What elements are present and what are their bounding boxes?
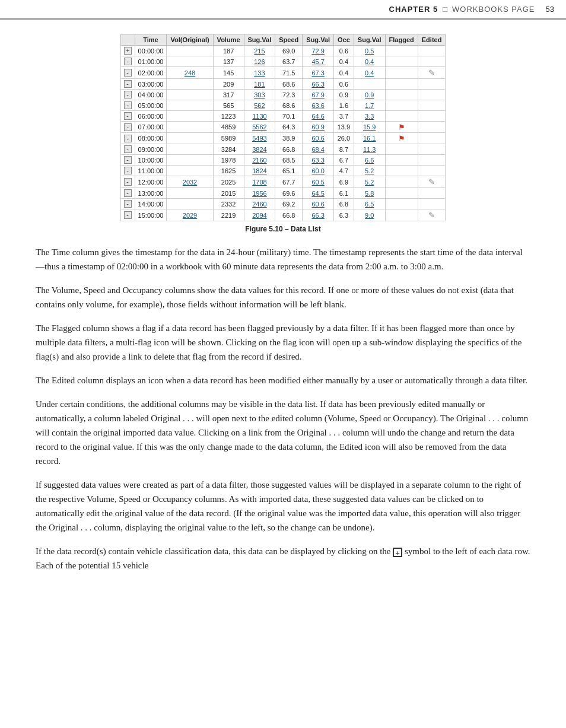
edited-cell[interactable]: ✎ [418, 67, 446, 79]
occ-sug-cell[interactable]: 5.2 [354, 176, 385, 188]
vol-sug-cell[interactable]: 1956 [244, 188, 275, 199]
col-expand [120, 34, 135, 46]
vol-sug-cell[interactable]: 215 [244, 46, 275, 56]
occ-sug-cell[interactable]: 0.5 [354, 46, 385, 56]
spd-sug-cell[interactable]: 67.3 [303, 67, 334, 79]
edit-icon[interactable]: ✎ [428, 211, 435, 220]
edit-icon[interactable]: ✎ [428, 177, 435, 186]
expand-button[interactable]: - [124, 69, 132, 77]
edit-icon[interactable]: ✎ [428, 68, 435, 77]
volume-cell: 2025 [213, 176, 244, 188]
occ-sug-cell[interactable]: 0.4 [354, 56, 385, 67]
col-spd-sug: Sug.Val [303, 34, 334, 46]
occ-sug-cell[interactable]: 15.9 [354, 122, 385, 133]
occ-sug-cell[interactable]: 9.0 [354, 209, 385, 221]
flagged-cell[interactable] [385, 122, 418, 133]
vol-sug-cell[interactable]: 303 [244, 90, 275, 100]
vol-sug-cell[interactable]: 181 [244, 79, 275, 90]
expand-button[interactable]: - [124, 200, 132, 208]
expand-button[interactable]: - [124, 135, 132, 142]
expand-button[interactable]: - [124, 80, 132, 88]
spd-sug-cell[interactable]: 60.6 [303, 133, 334, 144]
flagged-cell[interactable] [385, 133, 418, 144]
vol-sug-cell[interactable]: 5493 [244, 133, 275, 144]
edited-cell[interactable]: ✎ [418, 209, 446, 221]
expand-button[interactable]: - [124, 101, 132, 109]
edited-cell [418, 144, 446, 155]
expand-button[interactable]: - [124, 156, 132, 164]
spd-sug-cell[interactable]: 60.9 [303, 122, 334, 133]
occ-sug-cell[interactable]: 1.7 [354, 100, 385, 111]
speed-cell: 66.8 [275, 144, 303, 155]
expand-button[interactable]: + [124, 47, 132, 55]
spd-sug-cell[interactable]: 63.3 [303, 155, 334, 166]
vol-sug-cell[interactable]: 5562 [244, 122, 275, 133]
occ-cell: 6.8 [334, 199, 354, 209]
inline-plus-button[interactable]: + [393, 548, 402, 557]
col-time: Time [135, 34, 167, 46]
occ-cell: 1.6 [334, 100, 354, 111]
spd-sug-cell[interactable]: 66.3 [303, 209, 334, 221]
spd-sug-cell[interactable]: 60.5 [303, 176, 334, 188]
expand-button[interactable]: - [124, 145, 132, 153]
edited-cell [418, 100, 446, 111]
vol-sug-cell[interactable]: 126 [244, 56, 275, 67]
spd-sug-cell[interactable]: 60.0 [303, 166, 334, 176]
flag-icon[interactable] [398, 123, 405, 131]
occ-sug-cell[interactable]: 3.3 [354, 111, 385, 122]
table-wrapper: Time Vol(Original) Volume Sug.Val Speed … [36, 34, 530, 221]
flagged-cell [385, 144, 418, 155]
occ-sug-cell[interactable]: 6.5 [354, 199, 385, 209]
spd-sug-cell[interactable]: 60.6 [303, 199, 334, 209]
volume-cell: 3284 [213, 144, 244, 155]
occ-cell: 6.7 [334, 155, 354, 166]
page-container: CHAPTER 5 □ WORKBOOKS PAGE 53 Time Vol(O… [0, 0, 566, 728]
time-cell: 05:00:00 [135, 100, 167, 111]
vol-orig-cell[interactable]: 248 [167, 67, 213, 79]
vol-sug-cell[interactable]: 2460 [244, 199, 275, 209]
spd-sug-cell[interactable]: 63.6 [303, 100, 334, 111]
vol-sug-cell[interactable]: 2094 [244, 209, 275, 221]
occ-sug-cell[interactable]: 0.4 [354, 67, 385, 79]
spd-sug-cell[interactable]: 67.9 [303, 90, 334, 100]
time-cell: 03:00:00 [135, 79, 167, 90]
spd-sug-cell[interactable]: 45.7 [303, 56, 334, 67]
vol-sug-cell[interactable]: 3824 [244, 144, 275, 155]
vol-sug-cell[interactable]: 133 [244, 67, 275, 79]
expand-button[interactable]: - [124, 123, 132, 131]
expand-button[interactable]: - [124, 178, 132, 186]
vol-sug-cell[interactable]: 562 [244, 100, 275, 111]
page-number: 53 [546, 5, 554, 14]
expand-button[interactable]: - [124, 167, 132, 174]
col-flagged: Flagged [385, 34, 418, 46]
vol-orig-cell[interactable]: 2032 [167, 176, 213, 188]
spd-sug-cell[interactable]: 72.9 [303, 46, 334, 56]
spd-sug-cell[interactable]: 64.5 [303, 188, 334, 199]
occ-sug-cell[interactable]: 5.8 [354, 188, 385, 199]
speed-cell: 38.9 [275, 133, 303, 144]
spd-sug-cell[interactable]: 64.6 [303, 111, 334, 122]
vol-sug-cell[interactable]: 1130 [244, 111, 275, 122]
occ-sug-cell[interactable]: 16.1 [354, 133, 385, 144]
vol-orig-cell[interactable]: 2029 [167, 209, 213, 221]
occ-sug-cell[interactable]: 0.9 [354, 90, 385, 100]
volume-cell: 187 [213, 46, 244, 56]
edited-cell[interactable]: ✎ [418, 176, 446, 188]
speed-cell: 63.7 [275, 56, 303, 67]
vol-sug-cell[interactable]: 1824 [244, 166, 275, 176]
expand-button[interactable]: - [124, 58, 132, 65]
flagged-cell [385, 67, 418, 79]
occ-sug-cell[interactable]: 5.2 [354, 166, 385, 176]
spd-sug-cell[interactable]: 68.4 [303, 144, 334, 155]
spd-sug-cell[interactable]: 66.3 [303, 79, 334, 90]
vol-sug-cell[interactable]: 2160 [244, 155, 275, 166]
expand-button[interactable]: - [124, 211, 132, 219]
col-volume: Volume [213, 34, 244, 46]
expand-button[interactable]: - [124, 91, 132, 98]
flag-icon[interactable] [398, 134, 405, 142]
occ-sug-cell[interactable]: 11.3 [354, 144, 385, 155]
vol-sug-cell[interactable]: 1708 [244, 176, 275, 188]
occ-sug-cell[interactable]: 6.6 [354, 155, 385, 166]
expand-button[interactable]: - [124, 112, 132, 120]
expand-button[interactable]: - [124, 189, 132, 197]
